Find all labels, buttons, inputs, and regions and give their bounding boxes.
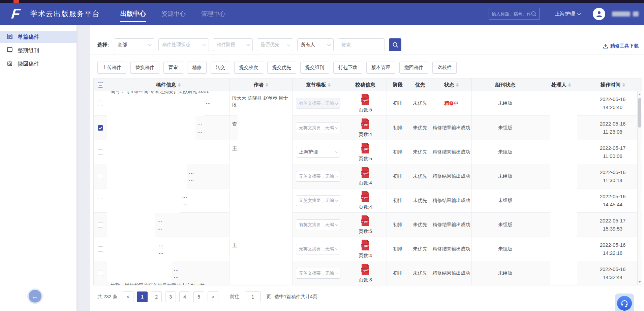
row-checkbox[interactable]: [98, 246, 103, 252]
action-button-7[interactable]: 提交组刊: [300, 62, 329, 74]
column-header-label: 校稿信息: [355, 82, 375, 88]
column-header-2[interactable]: 章节模板: [293, 78, 344, 91]
action-button-9[interactable]: 版本管理: [366, 62, 395, 74]
redaction-box: [550, 164, 577, 188]
column-header-0[interactable]: 稿件信息: [107, 78, 229, 91]
filter-keyword-input[interactable]: [338, 38, 385, 51]
page-count: 页数:3: [359, 277, 372, 283]
refine-tool-download-link[interactable]: 精修工具下载: [603, 43, 639, 49]
filter-select-4[interactable]: 所有人: [297, 38, 334, 51]
template-dropdown[interactable]: 无英文摘要，无编: [296, 123, 340, 133]
manuscript-info-cell: ......: [107, 237, 229, 261]
avatar[interactable]: [593, 8, 605, 20]
page-button-5[interactable]: 5: [193, 291, 204, 302]
row-checkbox[interactable]: [98, 222, 103, 228]
page-button-2[interactable]: 2: [151, 291, 162, 302]
redaction-box: [238, 237, 292, 261]
pdf-icon[interactable]: H-pdf: [360, 167, 370, 179]
sort-icon[interactable]: [568, 83, 571, 87]
action-button-6[interactable]: 提交优先: [267, 62, 296, 74]
filter-search-button[interactable]: [389, 38, 401, 51]
org-selector[interactable]: 上海护理: [555, 11, 580, 17]
sort-icon[interactable]: [456, 83, 459, 87]
pdf-icon[interactable]: H-pdf: [360, 239, 370, 252]
action-button-2[interactable]: 盲审: [163, 62, 183, 74]
action-button-8[interactable]: 打包下载: [333, 62, 362, 74]
svg-text:H-pdf: H-pdf: [362, 244, 369, 247]
page-button-3[interactable]: 3: [165, 291, 176, 302]
filter-select-2[interactable]: 稿件阶段: [213, 38, 253, 51]
column-header-9[interactable]: 操作时间: [583, 78, 642, 91]
column-header-6[interactable]: 状态: [431, 78, 472, 91]
menu-item-1[interactable]: 资源中心: [161, 3, 186, 25]
sidebar-item-2[interactable]: 撤回稿件: [0, 58, 76, 70]
filter-select-0[interactable]: 全部: [114, 38, 154, 51]
pdf-icon[interactable]: H-pdf: [360, 191, 370, 203]
template-dropdown[interactable]: 无英文摘要，无编: [296, 195, 340, 206]
table-scrollbar[interactable]: [637, 91, 641, 285]
pdf-icon[interactable]: H-pdf: [360, 264, 370, 276]
pdf-icon[interactable]: H-pdf: [360, 142, 370, 155]
row-checkbox[interactable]: [98, 198, 103, 203]
template-dropdown[interactable]: 无英文摘要，无编: [296, 171, 340, 182]
action-button-11[interactable]: 送校样: [432, 62, 457, 74]
template-dropdown[interactable]: 无英文摘要，无编: [296, 268, 340, 279]
action-button-1[interactable]: 替换稿件: [130, 62, 159, 74]
row-checkbox[interactable]: [98, 101, 103, 106]
author-cell: [229, 261, 293, 285]
row-checkbox[interactable]: [98, 174, 103, 179]
column-header-8[interactable]: 处理人: [539, 78, 583, 91]
template-dropdown[interactable]: 无英文摘要，无编: [296, 244, 340, 254]
page-button-4[interactable]: 4: [179, 291, 190, 302]
sidebar: 单篇稿件整期组刊撤回稿件: [0, 25, 76, 311]
action-button-0[interactable]: 上传稿件: [97, 62, 126, 74]
filter-select-3[interactable]: 是否优先: [257, 38, 293, 51]
operation-clock: 15:39:53: [603, 225, 622, 233]
operation-clock: 11:28:08: [603, 128, 622, 136]
scrollbar-thumb[interactable]: [638, 98, 641, 128]
author-cell: [229, 164, 293, 188]
sort-icon[interactable]: [622, 83, 625, 87]
group-status-cell: 未组版: [472, 91, 539, 115]
sidebar-item-0[interactable]: 单篇稿件: [0, 31, 76, 43]
goto-page-input[interactable]: [245, 291, 261, 302]
redaction-box: [229, 164, 292, 188]
sidebar-item-1[interactable]: 整期组刊: [0, 44, 76, 57]
action-button-3[interactable]: 精修: [187, 62, 207, 74]
sort-icon[interactable]: [328, 83, 331, 87]
row-checkbox[interactable]: [98, 271, 103, 276]
column-header-label: 状态: [444, 82, 454, 88]
back-button[interactable]: ←: [29, 290, 41, 303]
menu-item-0[interactable]: 出版中心: [120, 3, 146, 25]
operation-date: 2022-05-16: [600, 241, 626, 249]
scrollbar-down-arrow[interactable]: [638, 279, 642, 284]
menu-item-2[interactable]: 管理中心: [201, 3, 225, 25]
scrollbar-up-arrow[interactable]: [638, 92, 642, 97]
sort-icon[interactable]: [178, 83, 181, 87]
template-dropdown[interactable]: 有英文摘要，无编: [296, 98, 340, 109]
row-checkbox[interactable]: [98, 149, 103, 155]
page-count: 页数:5: [359, 229, 372, 235]
action-button-10[interactable]: 撤回稿件: [399, 62, 428, 74]
pdf-icon[interactable]: H-pdf: [360, 118, 370, 131]
sort-icon[interactable]: [266, 83, 268, 87]
global-search-input[interactable]: [492, 11, 531, 16]
pdf-icon[interactable]: H-pdf: [360, 215, 370, 228]
chat-help-button[interactable]: [615, 293, 634, 311]
prev-page-button[interactable]: <: [123, 291, 133, 302]
manuscript-info-cell: 编号：【五维空间·专著之摘要】文献研究 2021...: [107, 91, 229, 115]
operation-time-cell: 2022-05-1611:28:08: [583, 116, 642, 140]
page-button-1[interactable]: 1: [137, 291, 148, 302]
row-checkbox[interactable]: [98, 125, 103, 131]
select-all-checkbox[interactable]: [98, 82, 103, 88]
filter-select-1[interactable]: 稿件处理状态: [158, 38, 209, 51]
next-page-button[interactable]: >: [208, 291, 218, 302]
template-dropdown[interactable]: 有英文摘要，无编: [296, 219, 340, 230]
pagination-bar: 共 232 条 < 12345 > 前往 页 选中1篇稿件共计4页: [97, 291, 644, 302]
pdf-icon[interactable]: H-pdf: [360, 94, 370, 106]
action-button-4[interactable]: 转交: [211, 62, 230, 74]
column-header-1[interactable]: 作者: [229, 78, 293, 91]
template-dropdown[interactable]: 上海护理: [296, 147, 340, 158]
action-button-5[interactable]: 提交校次: [234, 62, 263, 74]
global-search-box[interactable]: [489, 8, 540, 20]
